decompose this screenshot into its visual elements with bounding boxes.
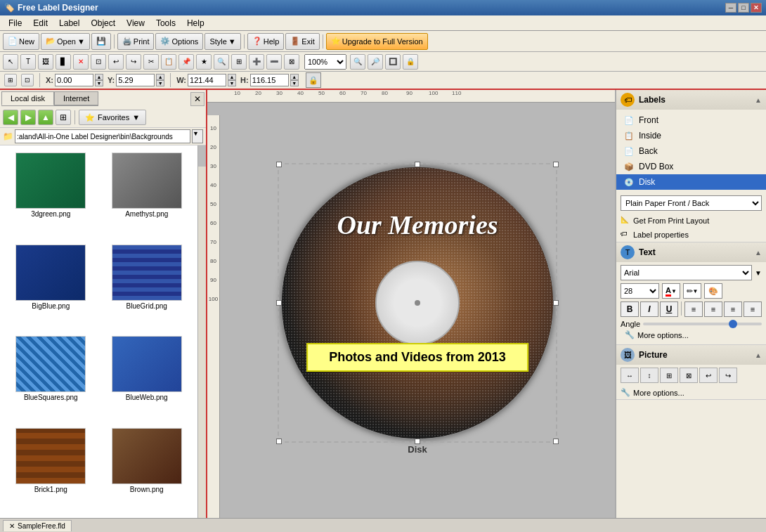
stroke-color-button[interactable]: ✏ ▼ xyxy=(683,283,701,299)
tool-fit2[interactable]: 🔲 xyxy=(385,54,401,70)
pic-btn-6[interactable]: ↪ xyxy=(719,368,737,383)
align-right-button[interactable]: ≡ xyxy=(724,301,742,317)
w-down[interactable]: ▼ xyxy=(228,80,236,86)
menu-view[interactable]: View xyxy=(121,17,150,30)
tool-text[interactable]: T xyxy=(20,54,36,70)
menu-object[interactable]: Object xyxy=(85,17,121,30)
pic-btn-5[interactable]: ↩ xyxy=(699,368,718,383)
y-spin[interactable]: ▲ ▼ xyxy=(156,74,164,86)
handle-bl[interactable] xyxy=(276,439,282,444)
labels-item-back[interactable]: 📄 Back xyxy=(616,143,766,159)
tab-local-disk[interactable]: Local disk xyxy=(1,91,54,105)
bold-button[interactable]: B xyxy=(621,301,639,317)
align-left-button[interactable]: ≡ xyxy=(684,301,703,317)
help-button[interactable]: ❓ Help xyxy=(247,33,285,50)
tool-lock[interactable]: 🔒 xyxy=(403,54,418,70)
tool-undo[interactable]: ↩ xyxy=(108,54,124,70)
path-dropdown[interactable]: ▼ xyxy=(192,129,203,143)
design-canvas[interactable]: Our Memories Photos and Videos from 2013 xyxy=(207,103,615,518)
upgrade-button[interactable]: ⭐ Upgrade to Full Version xyxy=(326,33,428,50)
font-size-select[interactable]: 28 xyxy=(621,283,659,299)
tool-paste[interactable]: 📌 xyxy=(178,54,194,70)
tool-zoom[interactable]: 🔍 xyxy=(214,54,229,70)
picture-section-header[interactable]: 🖼 Picture ▲ xyxy=(616,345,766,365)
x-spin[interactable]: ▲ ▼ xyxy=(95,74,103,86)
handle-tr[interactable] xyxy=(553,162,559,167)
menu-tools[interactable]: Tools xyxy=(150,17,181,30)
menu-help[interactable]: Help xyxy=(181,17,210,30)
y-up[interactable]: ▲ xyxy=(156,74,164,80)
tool-redo[interactable]: ↪ xyxy=(126,54,141,70)
tool-zoomin2[interactable]: 🔍 xyxy=(350,54,365,70)
h-spin[interactable]: ▲ ▼ xyxy=(290,74,299,86)
nav-back-button[interactable]: ◀ xyxy=(3,110,18,125)
tool-cut[interactable]: ✂ xyxy=(143,54,159,70)
text-section-header[interactable]: T Text ▲ xyxy=(616,242,766,262)
labels-item-front[interactable]: 📄 Front xyxy=(616,112,766,128)
pic-btn-3[interactable]: ⊞ xyxy=(660,368,678,383)
tool-image[interactable]: 🖼 xyxy=(38,54,53,70)
labels-item-inside[interactable]: 📋 Inside xyxy=(616,128,766,143)
disk-text-banner[interactable]: Photos and Videos from 2013 xyxy=(306,343,528,372)
options-button[interactable]: ⚙️ Options xyxy=(155,33,203,50)
w-input[interactable] xyxy=(188,74,226,86)
pic-btn-2[interactable]: ↕ xyxy=(640,368,658,383)
list-item[interactable]: BlueGrid.png xyxy=(100,242,194,331)
h-down[interactable]: ▼ xyxy=(290,80,299,86)
font-color-button[interactable]: A ▼ xyxy=(662,283,680,299)
tool-zoomin[interactable]: ➕ xyxy=(249,54,264,70)
labels-item-dvd-box[interactable]: 📦 DVD Box xyxy=(616,159,766,174)
new-button[interactable]: 📄 New xyxy=(3,33,39,50)
list-item[interactable]: BlueSquares.png xyxy=(4,333,98,422)
save-button[interactable]: 💾 xyxy=(91,33,111,50)
h-up[interactable]: ▲ xyxy=(290,74,299,80)
exit-button[interactable]: 🚪 Exit xyxy=(285,33,319,50)
maximize-button[interactable]: □ xyxy=(738,3,749,13)
nav-up-button[interactable]: ▲ xyxy=(38,110,53,125)
coord-icon2[interactable]: ⊡ xyxy=(21,74,34,86)
lock-ratio-button[interactable]: 🔒 xyxy=(306,72,321,88)
handle-br[interactable] xyxy=(553,439,559,444)
list-item[interactable]: Brick1.png xyxy=(4,425,98,514)
tool-zoomout2[interactable]: 🔎 xyxy=(368,54,383,70)
align-justify-button[interactable]: ≡ xyxy=(744,301,762,317)
menu-label[interactable]: Label xyxy=(53,17,85,30)
labels-item-disk[interactable]: 💿 Disk xyxy=(616,174,766,190)
tool-special[interactable]: ★ xyxy=(196,54,212,70)
label-properties-row[interactable]: 🏷 Label properties xyxy=(616,228,766,242)
tab-internet[interactable]: Internet xyxy=(54,91,98,105)
tool-barcode[interactable]: ▊ xyxy=(56,54,71,70)
y-down[interactable]: ▼ xyxy=(156,80,164,86)
tool-delete[interactable]: ✕ xyxy=(73,54,89,70)
handle-tl[interactable] xyxy=(276,162,282,167)
tool-fit[interactable]: ⊞ xyxy=(231,54,247,70)
tool-select[interactable]: ↖ xyxy=(3,54,18,70)
disk-text-memories[interactable]: Our Memories xyxy=(337,209,498,240)
menu-file[interactable]: File xyxy=(3,17,27,30)
tool-copy[interactable]: 📋 xyxy=(161,54,176,70)
pic-btn-1[interactable]: ↔ xyxy=(621,368,639,383)
minimize-button[interactable]: ─ xyxy=(725,3,736,13)
tool-zoomfit[interactable]: ⊠ xyxy=(284,54,299,70)
style-button[interactable]: Style ▼ xyxy=(205,33,240,50)
font-select[interactable]: Arial xyxy=(621,265,752,280)
panel-scrollbar[interactable] xyxy=(197,145,206,518)
view-toggle-button[interactable]: ⊞ xyxy=(56,110,71,125)
tool-crop[interactable]: ⊡ xyxy=(91,54,106,70)
list-item[interactable]: BigBlue.png xyxy=(4,242,98,331)
path-input[interactable] xyxy=(15,129,190,143)
file-tab[interactable]: ✕ SampleFree.fld xyxy=(3,520,72,531)
labels-section-header[interactable]: 🏷 Labels ▲ xyxy=(616,90,766,110)
panel-close-button[interactable]: ✕ xyxy=(190,92,205,106)
w-up[interactable]: ▲ xyxy=(228,74,236,80)
list-item[interactable]: Brown.png xyxy=(100,425,194,514)
favorites-button[interactable]: ⭐ Favorites ▼ xyxy=(79,110,146,125)
x-down[interactable]: ▼ xyxy=(95,80,103,86)
open-button[interactable]: 📂 Open ▼ xyxy=(41,33,90,50)
paper-type-select[interactable]: Plain Paper Front / Back xyxy=(621,195,762,211)
h-input[interactable] xyxy=(250,74,289,86)
picture-more-options-row[interactable]: 🔧 More options... xyxy=(616,386,766,399)
y-input[interactable] xyxy=(116,74,155,86)
align-center-button[interactable]: ≡ xyxy=(704,301,722,317)
list-item[interactable]: 3dgreen.png xyxy=(4,150,98,239)
